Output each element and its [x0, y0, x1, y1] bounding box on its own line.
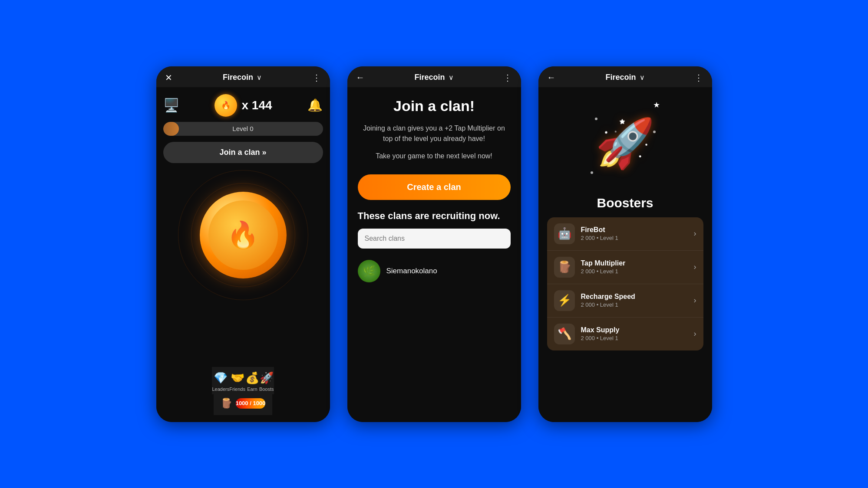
firebot-icon: 🤖	[554, 223, 575, 244]
tap-chevron-icon: ›	[694, 262, 696, 272]
maxsupply-icon: 🪓	[554, 324, 575, 344]
tap-multiplier-icon: 🪵	[554, 257, 575, 278]
boosts-icon: 🚀	[260, 371, 274, 385]
create-clan-button[interactable]: Create a clan	[358, 174, 511, 200]
phone-1: ✕ Firecoin ∨ ⋮ 🖥️ x 144 🔔 Level 0 Join a…	[156, 66, 330, 422]
top-bar-center-2: Firecoin ∨	[414, 73, 453, 82]
maxsupply-level: 2 000 • Level 1	[581, 335, 694, 341]
coin-count: x 144	[241, 98, 272, 112]
maxsupply-chevron-icon: ›	[694, 329, 696, 338]
join-clan-title: Join a clan!	[358, 98, 511, 115]
rocket-icon: 🚀	[595, 115, 655, 171]
back-icon-3[interactable]: ←	[547, 72, 556, 82]
clan-avatar: 🌿	[358, 260, 380, 282]
join-desc: Joining a clan gives you a +2 Tap Multip…	[358, 123, 511, 144]
phone-2: ← Firecoin ∨ ⋮ Join a clan! Joining a cl…	[347, 66, 521, 422]
nav-leaders[interactable]: 💎 Leaders	[212, 371, 229, 392]
boosters-title: Boosters	[597, 196, 653, 210]
phone3-main: ★ 🚀 Boosters 🤖 FireBot 2 000 • Level 1 ›…	[538, 87, 712, 422]
friends-icon: 🤝	[231, 371, 244, 385]
firebot-level: 2 000 • Level 1	[581, 235, 694, 241]
leaders-icon: 💎	[214, 371, 228, 385]
nav-leaders-label: Leaders	[212, 386, 229, 392]
phone1-main: 🖥️ x 144 🔔 Level 0 Join a clan » 🔥	[156, 87, 330, 422]
energy-icon: 🪵	[221, 398, 232, 409]
booster-item-maxsupply[interactable]: 🪓 Max Supply 2 000 • Level 1 ›	[547, 318, 703, 350]
booster-item-recharge[interactable]: ⚡ Recharge Speed 2 000 • Level 1 ›	[547, 284, 703, 318]
booster-info-firebot: FireBot 2 000 • Level 1	[581, 226, 694, 241]
level-label: Level 0	[232, 125, 253, 132]
booster-item-tap[interactable]: 🪵 Tap Multiplier 2 000 • Level 1 ›	[547, 251, 703, 284]
chevron-down-icon-3[interactable]: ∨	[640, 73, 645, 82]
top-bar-1: ✕ Firecoin ∨ ⋮	[156, 66, 330, 87]
boosters-list: 🤖 FireBot 2 000 • Level 1 › 🪵 Tap Multip…	[547, 217, 703, 350]
star-icon: ★	[653, 100, 660, 110]
big-coin-inner: 🔥	[208, 200, 278, 270]
energy-text: 1000 / 1000	[236, 400, 266, 406]
chevron-down-icon-2[interactable]: ∨	[449, 73, 454, 82]
top-bar-center-3: Firecoin ∨	[605, 73, 644, 82]
level-bar: Level 0	[163, 122, 323, 136]
menu-dots-icon-2[interactable]: ⋮	[503, 72, 512, 83]
energy-row: 🪵 1000 / 1000	[214, 394, 273, 415]
maxsupply-name: Max Supply	[581, 326, 694, 334]
booster-info-tap: Tap Multiplier 2 000 • Level 1	[581, 259, 694, 275]
clan-row[interactable]: 🌿 Siemanokolano	[358, 255, 511, 287]
coin-row: 🖥️ x 144 🔔	[163, 94, 323, 117]
nav-earn-label: Earn	[247, 386, 257, 392]
menu-dots-icon[interactable]: ⋮	[312, 72, 321, 83]
booster-info-maxsupply: Max Supply 2 000 • Level 1	[581, 326, 694, 341]
firebot-name: FireBot	[581, 226, 694, 234]
rocket-area: ★ 🚀	[582, 96, 669, 191]
recharge-level: 2 000 • Level 1	[581, 301, 694, 308]
nav-boosts-label: Boosts	[259, 386, 274, 392]
chevron-down-icon[interactable]: ∨	[257, 73, 262, 82]
nav-friends[interactable]: 🤝 Friends	[229, 371, 245, 392]
earn-icon: 💰	[245, 371, 259, 385]
phone2-main: Join a clan! Joining a clan gives you a …	[347, 87, 521, 422]
fire-symbol: 🔥	[227, 219, 259, 250]
nav-friends-label: Friends	[229, 386, 245, 392]
nav-boosts[interactable]: 🚀 Boosts	[259, 371, 274, 392]
close-icon[interactable]: ✕	[165, 72, 172, 83]
booster-info-recharge: Recharge Speed 2 000 • Level 1	[581, 293, 694, 308]
app-title-2: Firecoin	[414, 73, 445, 82]
menu-dots-icon-3[interactable]: ⋮	[694, 72, 703, 83]
top-bar-3: ← Firecoin ∨ ⋮	[538, 66, 712, 87]
app-title-1: Firecoin	[223, 73, 253, 82]
coin-icon	[215, 94, 237, 117]
phone-3: ← Firecoin ∨ ⋮ ★ 🚀 Boosters 🤖 FireBot 2 …	[538, 66, 712, 422]
booster-item-firebot[interactable]: 🤖 FireBot 2 000 • Level 1 ›	[547, 217, 703, 251]
recruiting-title: These clans are recruiting now.	[358, 210, 511, 222]
recharge-name: Recharge Speed	[581, 293, 694, 301]
bottom-nav: 💎 Leaders 🤝 Friends 💰 Earn 🚀 Boosts	[212, 367, 274, 394]
dot-decor-3	[591, 171, 593, 174]
energy-bar: 1000 / 1000	[236, 398, 266, 409]
recharge-icon: ⚡	[554, 290, 575, 311]
nav-earn[interactable]: 💰 Earn	[245, 371, 259, 392]
top-bar-2: ← Firecoin ∨ ⋮	[347, 66, 521, 87]
coin-arena[interactable]: 🔥	[178, 170, 308, 300]
join-desc2: Take your game to the next level now!	[358, 151, 511, 161]
back-icon[interactable]: ←	[356, 72, 365, 82]
big-coin[interactable]: 🔥	[200, 192, 287, 278]
app-title-3: Firecoin	[605, 73, 636, 82]
level-bar-fill	[163, 122, 179, 136]
search-clans-input[interactable]	[358, 229, 511, 249]
recharge-chevron-icon: ›	[694, 296, 696, 305]
notification-icon[interactable]: 🔔	[307, 98, 323, 112]
tap-multiplier-level: 2 000 • Level 1	[581, 268, 694, 275]
monitor-icon: 🖥️	[163, 98, 179, 113]
tap-multiplier-name: Tap Multiplier	[581, 259, 694, 267]
coin-center: x 144	[215, 94, 272, 117]
top-bar-center: Firecoin ∨	[223, 73, 262, 82]
firebot-chevron-icon: ›	[694, 229, 696, 238]
clan-name: Siemanokolano	[386, 267, 437, 275]
join-clan-button[interactable]: Join a clan »	[163, 142, 323, 163]
